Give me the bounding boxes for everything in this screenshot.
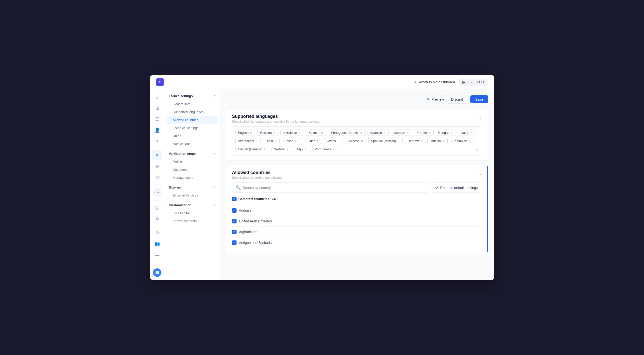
action-bar: 👁 Preview Discard Save xyxy=(226,95,488,104)
sidebar-icon-card[interactable]: ▬ xyxy=(152,250,162,260)
nav-item-general-info[interactable]: General info xyxy=(167,100,218,108)
nav-item-external-services[interactable]: External Services xyxy=(167,191,218,199)
top-bar: ✦ ↺ Switch to old dashboard ▣ € 50,321.6… xyxy=(150,75,494,89)
tag-label: Hebrew xyxy=(408,139,419,143)
tag-remove-button[interactable]: × xyxy=(250,131,252,135)
tag-remove-button[interactable]: × xyxy=(337,139,340,143)
tag-remove-button[interactable]: × xyxy=(450,131,453,135)
selected-count-label: Selected countries: 248 xyxy=(238,197,278,201)
sidebar-icon-doc[interactable]: ☰ xyxy=(152,114,162,124)
balance-badge: ▣ € 50,321.60 xyxy=(459,79,488,86)
switch-dashboard-button[interactable]: ↺ Switch to old dashboard xyxy=(413,80,455,84)
tag-label: Dutch xyxy=(460,131,469,135)
tag-label: French xyxy=(417,131,427,135)
tag-remove-button[interactable]: × xyxy=(332,148,335,151)
tag-remove-button[interactable]: × xyxy=(397,139,400,143)
sidebar-icon-team[interactable]: 👥 xyxy=(152,239,162,249)
country-search-input[interactable] xyxy=(243,186,424,190)
chevron-up-icon-3: ∧ xyxy=(213,186,216,189)
country-search-box[interactable]: 🔍 xyxy=(232,182,428,193)
countries-list: ✓ Andorra ✓ United Arab Emirates ✓ Afgha… xyxy=(232,205,482,248)
language-tag: French (Canada)× xyxy=(235,146,269,152)
sidebar-icon-copy[interactable]: ⧉ xyxy=(152,214,162,224)
tag-remove-button[interactable]: × xyxy=(468,139,471,143)
tag-remove-button[interactable]: × xyxy=(360,131,362,135)
tag-remove-button[interactable]: × xyxy=(428,131,431,135)
nav-item-manage-steps[interactable]: Manage steps xyxy=(167,174,218,181)
tag-remove-button[interactable]: × xyxy=(286,148,289,151)
tag-remove-button[interactable]: × xyxy=(383,131,386,135)
nav-item-supported-languages[interactable]: Supported languages xyxy=(167,108,218,116)
nav-item-notifications[interactable]: Notifications xyxy=(167,140,218,148)
tag-remove-button[interactable]: × xyxy=(298,131,301,135)
save-button[interactable]: Save xyxy=(470,95,488,103)
tag-remove-button[interactable]: × xyxy=(294,139,297,143)
wallet-icon: ▣ xyxy=(462,80,465,84)
sidebar-icon-settings[interactable]: ⚙ xyxy=(152,228,162,238)
top-bar-left: ✦ xyxy=(156,78,164,86)
tag-remove-button[interactable]: × xyxy=(274,139,277,143)
select-all-checkbox[interactable]: ✓ xyxy=(232,197,236,201)
app-logo: ✦ xyxy=(156,78,164,86)
sidebar-icon-grid[interactable]: ⊞ xyxy=(152,103,162,113)
tag-remove-button[interactable]: × xyxy=(442,139,445,143)
reset-icon: ↺ xyxy=(435,186,438,190)
language-tag: Ukrainian× xyxy=(280,130,304,136)
sidebar-collapse-button[interactable]: ≫ xyxy=(153,188,161,196)
sidebar-icon-star[interactable]: ✦ xyxy=(152,136,162,146)
allowed-countries-subtitle: Select which countries are allowed xyxy=(232,176,282,179)
nav-item-forms-elements[interactable]: Form's elements xyxy=(167,217,218,225)
country-name: United Arab Emirates xyxy=(239,219,272,223)
tag-remove-button[interactable]: × xyxy=(320,131,323,135)
nav-section-forms-settings-header[interactable]: Form's settings ∧ xyxy=(165,92,220,100)
tag-label: Uzbek xyxy=(327,139,336,143)
language-tag: Uzbek× xyxy=(324,138,343,144)
sidebar-icon-user[interactable]: 👤 xyxy=(152,125,162,135)
nav-sidebar: Form's settings ∧ General info Supported… xyxy=(165,89,220,280)
language-tag: Tajik× xyxy=(294,146,310,152)
collapse-languages-button[interactable]: ∧ xyxy=(479,116,482,121)
tag-label: Ukrainian xyxy=(283,131,297,135)
tag-remove-button[interactable]: × xyxy=(255,139,258,143)
language-tag: Dutch× xyxy=(458,130,476,136)
sidebar-icon-key[interactable]: ⚿ xyxy=(152,203,162,213)
tag-label: Spanish (Mexico) xyxy=(371,139,396,143)
nav-section-verification-header[interactable]: Verification steps ∧ xyxy=(165,150,220,158)
tag-remove-button[interactable]: × xyxy=(304,148,307,151)
tag-label: Tajik xyxy=(297,147,303,151)
tag-remove-button[interactable]: × xyxy=(273,131,276,135)
collapse-countries-button[interactable]: ∧ xyxy=(479,173,482,177)
country-checkbox[interactable]: ✓ xyxy=(232,230,236,234)
tag-remove-button[interactable]: × xyxy=(316,139,320,143)
country-checkbox[interactable]: ✓ xyxy=(232,208,236,213)
nav-item-document[interactable]: Document xyxy=(167,166,218,174)
tag-remove-button[interactable]: × xyxy=(420,139,423,143)
sidebar-icon-tag[interactable]: ◈ xyxy=(152,161,162,171)
nav-item-rules[interactable]: Rules xyxy=(167,132,218,140)
tag-remove-button[interactable]: × xyxy=(470,131,473,135)
nav-item-allowed-countries[interactable]: Allowed countries xyxy=(167,116,218,124)
reset-defaults-button[interactable]: ↺ Reset to default settings xyxy=(431,182,482,193)
tag-label: Spanish xyxy=(370,131,382,135)
nav-section-external-header[interactable]: External ∧ xyxy=(165,183,220,191)
tag-remove-button[interactable]: × xyxy=(264,148,266,151)
tag-label: German xyxy=(394,131,405,135)
language-tag: Azerbaijani× xyxy=(235,138,261,144)
tag-remove-button[interactable]: × xyxy=(360,139,364,143)
tag-remove-button[interactable]: × xyxy=(406,131,409,135)
country-checkbox[interactable]: ✓ xyxy=(232,219,236,223)
country-checkbox[interactable]: ✓ xyxy=(232,240,236,245)
selected-count-row: ✓ Selected countries: 248 xyxy=(232,197,482,201)
sidebar-icon-list[interactable]: ≡ xyxy=(152,150,162,160)
language-tag: Spanish× xyxy=(368,130,389,136)
nav-item-email-editor[interactable]: Email editor xyxy=(167,209,218,217)
preview-button[interactable]: 👁 Preview xyxy=(426,97,444,101)
nav-section-customisation-header[interactable]: Customisation ∧ xyxy=(165,201,220,209)
discard-button[interactable]: Discard xyxy=(447,95,467,104)
nav-item-profile[interactable]: Profile xyxy=(167,158,218,166)
nav-item-technical-settings[interactable]: Technical settings xyxy=(167,124,218,132)
sidebar-icon-home[interactable]: ⌂ xyxy=(152,92,162,102)
expand-tags-button[interactable]: ∨ xyxy=(476,148,479,152)
user-avatar[interactable]: SE xyxy=(153,268,162,277)
sidebar-icon-people[interactable]: ⚙ xyxy=(152,172,162,182)
